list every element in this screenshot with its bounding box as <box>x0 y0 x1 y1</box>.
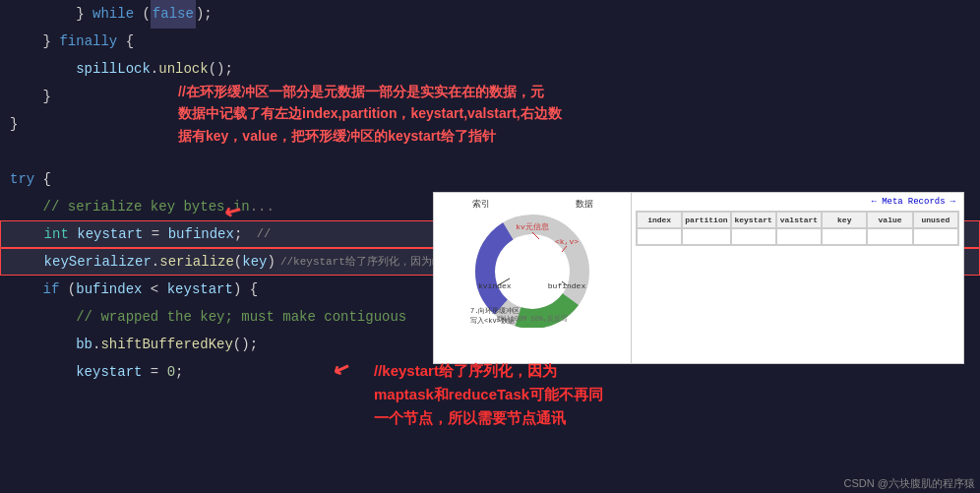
row-unused <box>913 228 958 245</box>
col-valstart: valstart <box>776 212 822 228</box>
code-line-1: } while ( false ); <box>0 0 980 28</box>
col-partition: partition <box>682 212 730 228</box>
row-index <box>637 228 682 245</box>
table-grid: index partition keystart valstart key va… <box>636 211 959 246</box>
code-token: int <box>44 220 69 248</box>
code-token: shiftBufferedKey <box>100 331 232 358</box>
code-token: while <box>92 0 134 28</box>
code-token: ; <box>175 358 183 386</box>
code-indent <box>10 331 76 358</box>
code-token: . <box>151 55 158 83</box>
code-indent <box>10 276 43 303</box>
code-indent <box>10 28 43 55</box>
code-token: ) <box>267 248 275 276</box>
col-index: index <box>637 212 682 228</box>
code-token: bufindex <box>76 276 142 303</box>
code-token: bb <box>76 331 92 358</box>
diagram-right: ← Meta Records → index partition keystar… <box>631 193 963 363</box>
code-comment-trailing: // <box>242 220 271 248</box>
row-key <box>822 228 867 245</box>
code-indent <box>11 220 44 248</box>
code-token: { <box>117 28 134 55</box>
code-indent <box>10 193 43 220</box>
code-token: . <box>152 248 159 276</box>
kv-meta-label: kv元信息 <box>516 222 549 231</box>
records-label: Records <box>908 197 946 207</box>
code-line-7: try { <box>0 165 980 193</box>
code-token: key <box>242 248 267 276</box>
code-token: ... <box>250 193 275 220</box>
code-token: < <box>142 276 166 303</box>
kvindex-label: kvindex <box>478 281 512 290</box>
code-line-2: } finally { <box>0 28 980 55</box>
col-keystart: keystart <box>731 212 776 228</box>
code-token: ( <box>59 276 76 303</box>
col-key: key <box>822 212 867 228</box>
code-token: ( <box>234 248 242 276</box>
code-token: bufindex <box>168 220 234 248</box>
code-token: } <box>76 0 92 28</box>
code-token: } <box>10 110 18 138</box>
svg-text:bufindex: bufindex <box>548 281 586 290</box>
code-token: spillLock <box>76 55 151 83</box>
svg-text:默认100M  50%,反反写: 默认100M 50%,反反写 <box>496 315 569 323</box>
annotation-1: //在环形缓冲区一部分是元数据一部分是实实在在的数据，元 数据中记载了有左边in… <box>172 77 595 151</box>
diagram-left: 索引 数据 kv元信息 kvindex 7.向环形缓冲区 写入<kv>数据 默认… <box>434 193 631 363</box>
code-token: try <box>10 165 34 193</box>
code-token: keystart <box>167 276 233 303</box>
code-token: keystart <box>77 220 143 248</box>
donut-chart: kv元信息 kvindex 7.向环形缓冲区 写入<kv>数据 默认100M 5… <box>468 215 596 328</box>
arrow-right-icon: → <box>950 197 955 207</box>
code-token: } <box>43 28 60 55</box>
code-token: 0 <box>167 358 175 386</box>
code-token: // serialize key bytes in <box>43 193 250 220</box>
code-indent <box>10 358 76 386</box>
col-unused: unused <box>913 212 958 228</box>
code-token: = <box>142 358 166 386</box>
code-token: // wrapped the key; must make contiguous <box>76 303 406 331</box>
csdn-badge: CSDN @六块腹肌的程序猿 <box>844 476 975 491</box>
row-value <box>867 228 912 245</box>
code-token: keySerializer <box>44 248 152 276</box>
code-token: ( <box>134 0 151 28</box>
legend-data-label: 数据 <box>576 198 593 211</box>
code-token: finally <box>59 28 117 55</box>
code-token: ); <box>196 0 213 28</box>
code-indent <box>10 55 76 83</box>
code-indent <box>11 248 44 276</box>
col-value: value <box>867 212 912 228</box>
arrow-left-icon: ← <box>872 197 877 207</box>
svg-text:7.向环形缓冲区: 7.向环形缓冲区 <box>470 307 520 315</box>
code-token: { <box>34 165 51 193</box>
code-token: keystart <box>76 358 142 386</box>
code-indent <box>10 83 43 110</box>
code-token: if <box>43 276 60 303</box>
code-token: . <box>92 331 100 358</box>
row-partition <box>682 228 730 245</box>
code-token: ; <box>234 220 242 248</box>
code-token: ) { <box>233 276 258 303</box>
meta-records-header: ← Meta Records → <box>636 197 959 207</box>
annotation-2: //keystart给了序列化，因为 maptask和reduceTask可能不… <box>374 359 603 430</box>
diagram-legend-header: 索引 数据 <box>439 198 626 211</box>
svg-text:<k,v>: <k,v> <box>555 237 579 246</box>
meta-label: Meta <box>882 197 903 207</box>
row-keystart <box>731 228 776 245</box>
code-indent <box>10 303 76 331</box>
svg-point-3 <box>503 242 562 301</box>
code-token: } <box>43 83 51 110</box>
code-indent <box>10 0 76 28</box>
code-token: serialize <box>159 248 234 276</box>
code-token <box>69 220 77 248</box>
diagram-container: 索引 数据 kv元信息 kvindex 7.向环形缓冲区 写入<kv>数据 默认… <box>433 192 964 364</box>
code-token: = <box>143 220 167 248</box>
code-token: false <box>151 0 196 29</box>
code-token: (); <box>233 331 258 358</box>
row-valstart <box>776 228 822 245</box>
legend-index-label: 索引 <box>472 198 490 211</box>
